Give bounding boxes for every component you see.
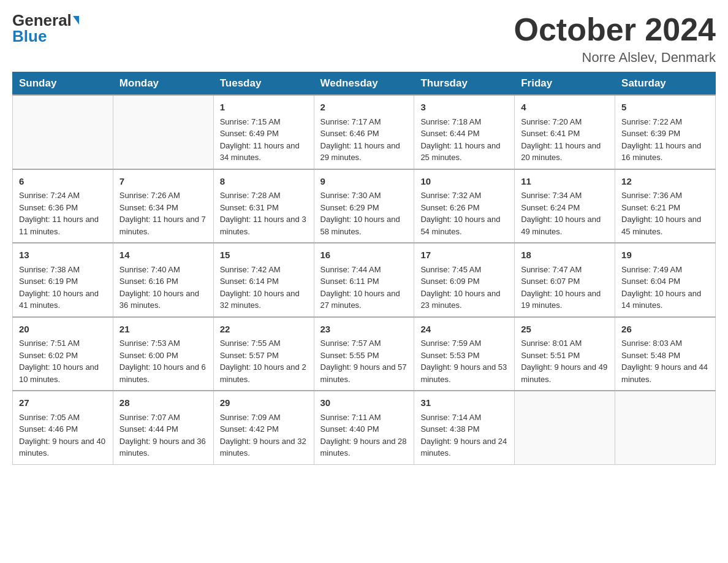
- week-row-1: 1Sunrise: 7:15 AMSunset: 6:49 PMDaylight…: [13, 95, 716, 169]
- day-cell: 5Sunrise: 7:22 AMSunset: 6:39 PMDaylight…: [615, 95, 716, 169]
- day-number: 23: [320, 323, 408, 337]
- day-cell: 14Sunrise: 7:40 AMSunset: 6:16 PMDayligh…: [113, 243, 213, 317]
- day-number: 7: [119, 175, 207, 189]
- sunrise-text: Sunrise: 7:45 AM: [420, 264, 508, 276]
- calendar-body: 1Sunrise: 7:15 AMSunset: 6:49 PMDaylight…: [13, 95, 716, 464]
- daylight-text: Daylight: 9 hours and 57 minutes.: [320, 361, 408, 385]
- sunrise-text: Sunrise: 7:59 AM: [420, 337, 508, 350]
- day-cell: 19Sunrise: 7:49 AMSunset: 6:04 PMDayligh…: [615, 243, 716, 317]
- day-number: 20: [19, 323, 107, 337]
- sunset-text: Sunset: 6:04 PM: [621, 275, 709, 288]
- sunrise-text: Sunrise: 7:42 AM: [220, 264, 308, 276]
- daylight-text: Daylight: 11 hours and 20 minutes.: [521, 140, 609, 164]
- day-number: 11: [521, 175, 609, 189]
- sunset-text: Sunset: 6:34 PM: [119, 202, 207, 214]
- day-number: 8: [220, 175, 308, 189]
- logo-general-text: General: [12, 12, 72, 28]
- daylight-text: Daylight: 10 hours and 49 minutes.: [521, 213, 609, 237]
- sunset-text: Sunset: 6:19 PM: [19, 275, 107, 288]
- sunrise-text: Sunrise: 7:57 AM: [320, 337, 408, 350]
- day-cell: 7Sunrise: 7:26 AMSunset: 6:34 PMDaylight…: [113, 169, 213, 243]
- day-number: 4: [521, 101, 609, 115]
- sunset-text: Sunset: 6:41 PM: [521, 128, 609, 140]
- day-cell: 28Sunrise: 7:07 AMSunset: 4:44 PMDayligh…: [113, 391, 213, 464]
- daylight-text: Daylight: 11 hours and 11 minutes.: [19, 213, 107, 237]
- sunrise-text: Sunrise: 7:49 AM: [621, 264, 709, 276]
- sunset-text: Sunset: 6:00 PM: [119, 350, 207, 362]
- daylight-text: Daylight: 11 hours and 29 minutes.: [320, 140, 408, 164]
- day-cell: 12Sunrise: 7:36 AMSunset: 6:21 PMDayligh…: [615, 169, 716, 243]
- week-row-5: 27Sunrise: 7:05 AMSunset: 4:46 PMDayligh…: [13, 391, 716, 464]
- sunset-text: Sunset: 5:51 PM: [521, 350, 609, 362]
- week-row-4: 20Sunrise: 7:51 AMSunset: 6:02 PMDayligh…: [13, 317, 716, 391]
- day-number: 30: [320, 396, 408, 410]
- sunrise-text: Sunrise: 7:20 AM: [521, 116, 609, 128]
- sunrise-text: Sunrise: 7:32 AM: [420, 190, 508, 202]
- sunset-text: Sunset: 6:07 PM: [521, 275, 609, 288]
- month-title: October 2024: [514, 12, 716, 47]
- sunrise-text: Sunrise: 7:51 AM: [19, 337, 107, 350]
- sunrise-text: Sunrise: 7:07 AM: [119, 412, 207, 424]
- logo-blue-text: Blue: [12, 28, 47, 44]
- sunset-text: Sunset: 6:36 PM: [19, 202, 107, 214]
- sunset-text: Sunset: 4:38 PM: [420, 423, 508, 435]
- daylight-text: Daylight: 10 hours and 10 minutes.: [19, 361, 107, 385]
- daylight-text: Daylight: 9 hours and 44 minutes.: [621, 361, 709, 385]
- week-row-3: 13Sunrise: 7:38 AMSunset: 6:19 PMDayligh…: [13, 243, 716, 317]
- day-cell: [615, 391, 716, 464]
- day-cell: 8Sunrise: 7:28 AMSunset: 6:31 PMDaylight…: [213, 169, 314, 243]
- day-number: 18: [521, 248, 609, 262]
- header-cell-thursday: Thursday: [414, 72, 515, 96]
- sunrise-text: Sunrise: 8:01 AM: [521, 337, 609, 350]
- day-cell: [13, 95, 113, 169]
- daylight-text: Daylight: 10 hours and 14 minutes.: [621, 288, 709, 312]
- day-cell: 24Sunrise: 7:59 AMSunset: 5:53 PMDayligh…: [414, 317, 515, 391]
- daylight-text: Daylight: 10 hours and 58 minutes.: [320, 213, 408, 237]
- daylight-text: Daylight: 10 hours and 45 minutes.: [621, 213, 709, 237]
- sunset-text: Sunset: 6:02 PM: [19, 350, 107, 362]
- sunrise-text: Sunrise: 7:28 AM: [220, 190, 308, 202]
- day-cell: 22Sunrise: 7:55 AMSunset: 5:57 PMDayligh…: [213, 317, 314, 391]
- sunrise-text: Sunrise: 7:34 AM: [521, 190, 609, 202]
- daylight-text: Daylight: 10 hours and 32 minutes.: [220, 288, 308, 312]
- sunset-text: Sunset: 6:49 PM: [220, 128, 308, 140]
- day-number: 21: [119, 323, 207, 337]
- sunset-text: Sunset: 6:24 PM: [521, 202, 609, 214]
- day-cell: [113, 95, 213, 169]
- sunset-text: Sunset: 4:44 PM: [119, 423, 207, 435]
- sunrise-text: Sunrise: 7:44 AM: [320, 264, 408, 276]
- day-number: 26: [621, 323, 709, 337]
- sunrise-text: Sunrise: 7:24 AM: [19, 190, 107, 202]
- sunset-text: Sunset: 5:48 PM: [621, 350, 709, 362]
- sunrise-text: Sunrise: 7:17 AM: [320, 116, 408, 128]
- daylight-text: Daylight: 11 hours and 25 minutes.: [420, 140, 508, 164]
- day-cell: 26Sunrise: 8:03 AMSunset: 5:48 PMDayligh…: [615, 317, 716, 391]
- daylight-text: Daylight: 9 hours and 53 minutes.: [420, 361, 508, 385]
- day-number: 27: [19, 396, 107, 410]
- sunrise-text: Sunrise: 7:47 AM: [521, 264, 609, 276]
- day-number: 24: [420, 323, 508, 337]
- day-cell: 18Sunrise: 7:47 AMSunset: 6:07 PMDayligh…: [515, 243, 615, 317]
- day-cell: 15Sunrise: 7:42 AMSunset: 6:14 PMDayligh…: [213, 243, 314, 317]
- header-cell-monday: Monday: [113, 72, 213, 96]
- sunrise-text: Sunrise: 7:40 AM: [119, 264, 207, 276]
- location: Norre Alslev, Denmark: [514, 50, 716, 66]
- header-cell-tuesday: Tuesday: [213, 72, 314, 96]
- day-cell: 10Sunrise: 7:32 AMSunset: 6:26 PMDayligh…: [414, 169, 515, 243]
- daylight-text: Daylight: 10 hours and 41 minutes.: [19, 288, 107, 312]
- sunrise-text: Sunrise: 7:30 AM: [320, 190, 408, 202]
- day-number: 19: [621, 248, 709, 262]
- day-cell: 4Sunrise: 7:20 AMSunset: 6:41 PMDaylight…: [515, 95, 615, 169]
- day-number: 9: [320, 175, 408, 189]
- sunrise-text: Sunrise: 7:09 AM: [220, 412, 308, 424]
- day-number: 12: [621, 175, 709, 189]
- daylight-text: Daylight: 9 hours and 40 minutes.: [19, 435, 107, 459]
- daylight-text: Daylight: 9 hours and 28 minutes.: [320, 435, 408, 459]
- day-cell: 3Sunrise: 7:18 AMSunset: 6:44 PMDaylight…: [414, 95, 515, 169]
- daylight-text: Daylight: 10 hours and 6 minutes.: [119, 361, 207, 385]
- sunset-text: Sunset: 6:29 PM: [320, 202, 408, 214]
- week-row-2: 6Sunrise: 7:24 AMSunset: 6:36 PMDaylight…: [13, 169, 716, 243]
- sunset-text: Sunset: 6:21 PM: [621, 202, 709, 214]
- calendar-table: SundayMondayTuesdayWednesdayThursdayFrid…: [12, 72, 716, 465]
- day-number: 1: [220, 101, 308, 115]
